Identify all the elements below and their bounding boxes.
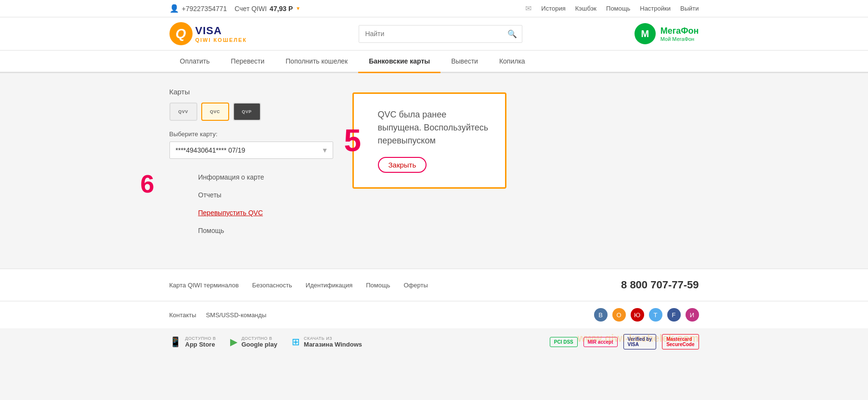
search-box[interactable]: 🔍 (359, 25, 522, 43)
popup-close-wrapper: Закрыть (378, 157, 427, 173)
googleplay-text: Доступно в Google play (241, 336, 277, 348)
side-menu-container: 6 Информация о карте Отчеты Перевыпустит… (169, 168, 333, 240)
social-facebook-icon[interactable]: F (667, 308, 681, 322)
social-ok-icon[interactable]: О (612, 308, 626, 322)
popup-box: 5 QVC была ранее выпущена. Воспользуйтес… (352, 92, 506, 189)
googleplay-sub: Доступно в (241, 336, 277, 341)
search-input[interactable] (359, 26, 503, 41)
mail-icon: ✉ (525, 4, 531, 13)
menu-reissue[interactable]: Перевыпустить QVC (198, 204, 333, 222)
appstore-badge[interactable]: 📱 Доступно в App Store (169, 336, 216, 348)
top-bar-account: Счет QIWI 47,93 Р ▼ (234, 5, 300, 13)
appstore-name: App Store (185, 341, 216, 348)
footer-link-contacts[interactable]: Контакты (169, 311, 196, 319)
footer-link-offers[interactable]: Оферты (403, 282, 428, 289)
card-select-wrap: ****49430641**** 07/19 ▼ (169, 142, 333, 159)
footer-link-security[interactable]: Безопасность (252, 282, 292, 289)
megafon-label: МегаФон (661, 26, 699, 36)
logo-text: VISA QIWI КОШЕЛЕК (195, 25, 247, 43)
footer-link-help[interactable]: Помощь (366, 282, 390, 289)
social-youtube-icon[interactable]: Ю (631, 308, 644, 322)
main-nav: Оплатить Перевести Пополнить кошелек Бан… (0, 51, 868, 73)
cards-row: QVV QVC QVP (169, 103, 333, 121)
footer: Карта QIWI терминалов Безопасность Идент… (0, 269, 868, 355)
user-phone: +79227354771 (182, 5, 227, 13)
googleplay-name: Google play (241, 341, 277, 348)
select-label: Выберите карту: (169, 130, 333, 138)
nav-logout[interactable]: Выйти (680, 5, 699, 12)
nav-pay[interactable]: Оплатить (169, 51, 220, 73)
pci-dss-badge: PCI DSS (550, 337, 578, 347)
nav-withdraw[interactable]: Вывести (440, 51, 489, 73)
footer-link-terminals[interactable]: Карта QIWI терминалов (169, 282, 239, 289)
card-select[interactable]: ****49430641**** 07/19 (169, 142, 333, 159)
windows-badge[interactable]: ⊞ Скачать из Магазина Windows (292, 336, 362, 348)
social-vk-icon[interactable]: В (594, 308, 608, 322)
cards-section-title: Карты (169, 88, 333, 96)
popup-area: 5 QVC была ранее выпущена. Воспользуйтес… (352, 88, 699, 240)
nav-help-top[interactable]: Помощь (606, 5, 630, 12)
top-bar-user: 👤 +79227354771 (169, 4, 227, 13)
footer-links: Карта QIWI терминалов Безопасность Идент… (169, 282, 428, 289)
card-qvp[interactable]: QVP (233, 103, 261, 121)
windows-name: Магазина Windows (304, 341, 362, 348)
megafon-icon: M (635, 23, 656, 44)
nav-cards[interactable]: Банковские карты (358, 51, 440, 73)
card-qvc[interactable]: QVC (201, 103, 229, 121)
footer-link-sms[interactable]: SMS/USSD-команды (206, 311, 267, 319)
footer-link-id[interactable]: Идентификация (306, 282, 352, 289)
megafon-sub: Мой МегаФон (661, 36, 699, 42)
windows-sub: Скачать из (304, 336, 362, 341)
visa-verified-badge: Verified byVISA (623, 334, 657, 349)
mastercard-secure-badge: MastercardSecureCode (662, 334, 699, 349)
footer-bottom: Контакты SMS/USSD-команды В О Ю Т F И (0, 301, 868, 328)
step6-number: 6 (141, 169, 155, 198)
account-label: Счет QIWI (234, 5, 267, 13)
footer-links2: Контакты SMS/USSD-команды (169, 311, 267, 319)
account-balance: 47,93 Р (270, 5, 293, 13)
googleplay-icon: ▶ (230, 336, 237, 348)
windows-icon: ⊞ (292, 336, 300, 348)
appstore-icon: 📱 (169, 336, 181, 348)
popup-close-button[interactable]: Закрыть (389, 161, 416, 169)
left-panel: Карты QVV QVC QVP Выберите карту: ****49… (169, 88, 333, 240)
card-qvv[interactable]: QVV (169, 103, 197, 121)
social-icons: В О Ю Т F И (594, 308, 699, 322)
megafon-area: M МегаФон Мой МегаФон (635, 23, 699, 44)
logo-visa: VISA (195, 25, 247, 37)
balance-arrow: ▼ (296, 6, 300, 11)
footer-top: Карта QIWI терминалов Безопасность Идент… (0, 269, 868, 301)
logo-qiwi: QIWI КОШЕЛЕК (195, 37, 247, 43)
appstore-text: Доступно в App Store (185, 336, 216, 348)
security-badges: PCI DSS MIR accept Verified byVISA Maste… (550, 334, 699, 349)
main-content: Карты QVV QVC QVP Выберите карту: ****49… (0, 73, 868, 269)
nav-cashback[interactable]: Кэшбэк (575, 5, 596, 12)
mir-accept-badge: MIR accept (583, 337, 618, 347)
top-bar: 👤 +79227354771 Счет QIWI 47,93 Р ▼ ✉ Ист… (0, 0, 868, 17)
windows-text: Скачать из Магазина Windows (304, 336, 362, 348)
social-twitter-icon[interactable]: Т (649, 308, 662, 322)
googleplay-badge[interactable]: ▶ Доступно в Google play (230, 336, 277, 348)
nav-topup[interactable]: Пополнить кошелек (275, 51, 358, 73)
popup-title: QVC была ранее выпущена. Воспользуйтесь … (378, 108, 491, 147)
appstore-sub: Доступно в (185, 336, 216, 341)
menu-help[interactable]: Помощь (198, 222, 333, 240)
nav-piggy[interactable]: Копилка (489, 51, 536, 73)
user-icon: 👤 (169, 4, 179, 13)
popup-step-number: 5 (344, 125, 362, 156)
footer-stores: 📱 Доступно в App Store ▶ Доступно в Goog… (0, 328, 868, 355)
nav-history[interactable]: История (541, 5, 565, 12)
menu-reports[interactable]: Отчеты (198, 186, 333, 204)
nav-transfer[interactable]: Перевести (220, 51, 275, 73)
footer-phone: 8 800 707-77-59 (621, 279, 699, 291)
logo-q-icon: Q (169, 22, 193, 45)
logo-area: Q VISA QIWI КОШЕЛЕК (169, 22, 247, 45)
social-instagram-icon[interactable]: И (686, 308, 699, 322)
menu-card-info[interactable]: Информация о карте (198, 168, 333, 186)
megafon-text-block: МегаФон Мой МегаФон (661, 26, 699, 42)
header: Q VISA QIWI КОШЕЛЕК 🔍 M МегаФон Мой Мега… (0, 17, 868, 51)
side-menu: Информация о карте Отчеты Перевыпустить … (198, 168, 333, 240)
nav-settings[interactable]: Настройки (640, 5, 671, 12)
top-bar-right: ✉ История Кэшбэк Помощь Настройки Выйти (525, 4, 699, 13)
search-button[interactable]: 🔍 (503, 26, 522, 42)
